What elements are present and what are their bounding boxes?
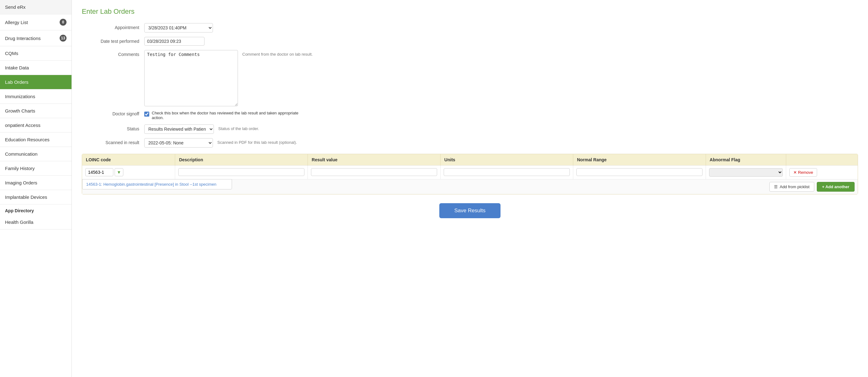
normal-range-cell xyxy=(573,166,706,179)
sidebar-item-education-resources[interactable]: Education Resources xyxy=(0,133,71,147)
sidebar: Send eRxAllergy List0Drug Interactions13… xyxy=(0,0,72,377)
col-abnormal-flag: Abnormal Flag xyxy=(706,154,786,166)
sidebar-item-imaging-orders[interactable]: Imaging Orders xyxy=(0,176,71,190)
sidebar-item-label: Immunizations xyxy=(5,94,35,99)
units-input[interactable] xyxy=(444,168,570,176)
sidebar-item-label: Drug Interactions xyxy=(5,36,40,41)
sidebar-item-label: Implantable Devices xyxy=(5,195,47,200)
add-another-label: + Add another xyxy=(822,184,849,189)
units-cell xyxy=(440,166,573,179)
sidebar-item-label: Growth Charts xyxy=(5,108,35,114)
sidebar-item-drug-interactions[interactable]: Drug Interactions13 xyxy=(0,30,71,46)
sidebar-item-label: Allergy List xyxy=(5,20,28,25)
col-description: Description xyxy=(175,154,308,166)
action-cell: ✕ Remove xyxy=(786,166,858,179)
sidebar-item-label: CQMs xyxy=(5,51,19,56)
save-button[interactable]: Save Results xyxy=(439,203,500,218)
scanned-label: Scanned in result xyxy=(82,138,144,145)
col-result: Result value xyxy=(308,154,440,166)
lab-table-wrapper: LOINC code Description Result value Unit… xyxy=(82,154,858,195)
page-title: Enter Lab Orders xyxy=(82,7,858,16)
col-units: Units xyxy=(440,154,573,166)
sidebar-item-label: Send eRx xyxy=(5,4,26,10)
sidebar-item-label: Imaging Orders xyxy=(5,180,37,185)
sidebar-item-label: Communication xyxy=(5,151,37,156)
doctor-signoff-checkbox[interactable] xyxy=(144,112,149,117)
sidebar-item-communication[interactable]: Communication xyxy=(0,147,71,161)
description-input[interactable] xyxy=(178,168,304,176)
date-label: Date test performed xyxy=(82,37,144,44)
description-cell xyxy=(175,166,308,179)
appointment-label: Appointment xyxy=(82,23,144,30)
comments-label: Comments xyxy=(82,50,144,57)
sidebar-badge: 0 xyxy=(60,19,66,26)
col-normal-range: Normal Range xyxy=(573,154,706,166)
col-loinc: LOINC code xyxy=(82,154,175,166)
scanned-select[interactable]: 2022-05-05: None xyxy=(144,138,213,148)
add-picklist-label: Add from picklist xyxy=(780,184,809,189)
sidebar-item-label: Lab Orders xyxy=(5,79,28,85)
result-value-cell xyxy=(308,166,440,179)
loinc-dropdown-button[interactable]: ▼ xyxy=(115,168,123,176)
doctor-signoff-text: Check this box when the doctor has revie… xyxy=(152,111,308,120)
comments-hint: Comment from the doctor on lab result. xyxy=(242,50,313,57)
add-picklist-button[interactable]: ☰ Add from picklist xyxy=(769,182,814,192)
doctor-signoff-label: Doctor signoff xyxy=(82,111,144,116)
table-row: ▼ 14563-1: Hemoglobin.gastrointestinal [… xyxy=(82,166,858,179)
result-value-input[interactable] xyxy=(311,168,437,176)
sidebar-badge: 13 xyxy=(60,35,66,41)
status-label: Status xyxy=(82,124,144,131)
loinc-suggestion[interactable]: 14563-1: Hemoglobin.gastrointestinal [Pr… xyxy=(82,179,232,190)
app-directory-header: App Directory xyxy=(0,204,71,215)
col-actions xyxy=(786,154,858,166)
sidebar-item-intake-data[interactable]: Intake Data xyxy=(0,61,71,75)
list-icon: ☰ xyxy=(774,184,778,189)
status-select[interactable]: Results Reviewed with Patien xyxy=(144,124,214,134)
sidebar-item-immunizations[interactable]: Immunizations xyxy=(0,89,71,104)
main-content: Enter Lab Orders Appointment 3/28/2023 0… xyxy=(72,0,868,377)
sidebar-item-onpatient-access[interactable]: onpatient Access xyxy=(0,118,71,133)
sidebar-item-growth-charts[interactable]: Growth Charts xyxy=(0,104,71,118)
sidebar-item-label: Family History xyxy=(5,166,35,171)
sidebar-item-cqms[interactable]: CQMs xyxy=(0,46,71,61)
date-input[interactable] xyxy=(144,37,205,46)
abnormal-flag-select[interactable]: H L A xyxy=(709,168,783,177)
sidebar-item-health-gorilla[interactable]: Health Gorilla xyxy=(0,215,71,229)
sidebar-item-label: Intake Data xyxy=(5,65,29,70)
sidebar-item-send-erx[interactable]: Send eRx xyxy=(0,0,71,14)
loinc-cell: ▼ 14563-1: Hemoglobin.gastrointestinal [… xyxy=(82,166,175,179)
sidebar-item-allergy-list[interactable]: Allergy List0 xyxy=(0,14,71,30)
sidebar-item-lab-orders[interactable]: Lab Orders xyxy=(0,75,71,89)
normal-range-input[interactable] xyxy=(577,168,703,176)
comments-textarea[interactable]: Testing for Comments xyxy=(144,50,238,106)
status-hint: Status of the lab order. xyxy=(218,124,259,131)
appointment-select[interactable]: 3/28/2023 01:40PM xyxy=(144,23,213,32)
loinc-code-input[interactable] xyxy=(85,168,113,176)
sidebar-item-family-history[interactable]: Family History xyxy=(0,161,71,176)
sidebar-item-label: Education Resources xyxy=(5,137,50,142)
abnormal-flag-cell: H L A xyxy=(706,166,786,179)
add-another-button[interactable]: + Add another xyxy=(817,182,855,192)
scanned-hint: Scanned in PDF for this lab result (opti… xyxy=(217,138,297,145)
remove-button[interactable]: ✕ Remove xyxy=(789,168,817,177)
sidebar-item-label: Health Gorilla xyxy=(5,220,33,225)
sidebar-item-label: onpatient Access xyxy=(5,122,40,128)
lab-table: LOINC code Description Result value Unit… xyxy=(82,154,858,179)
sidebar-item-implantable-devices[interactable]: Implantable Devices xyxy=(0,190,71,204)
